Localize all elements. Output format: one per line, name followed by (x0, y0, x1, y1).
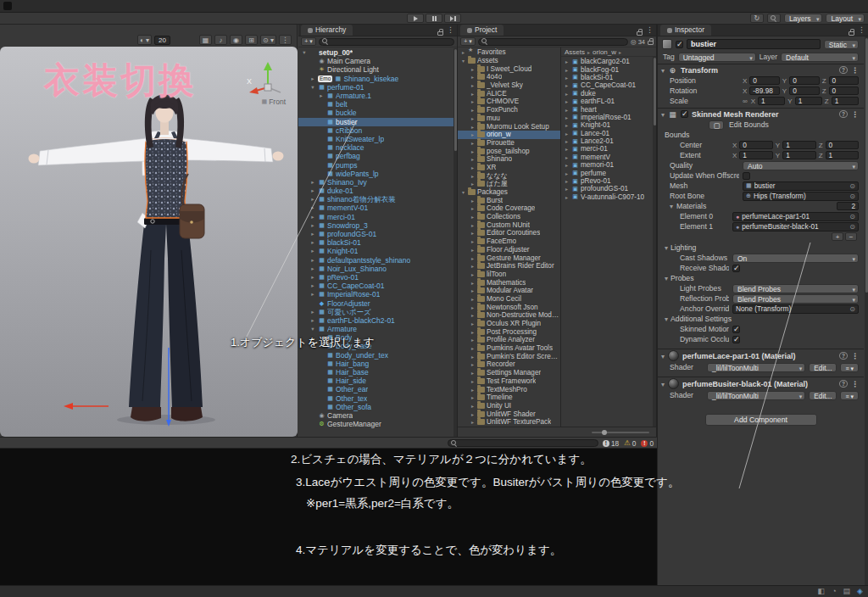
hierarchy-item[interactable]: ▦ perfbag (298, 152, 457, 160)
foldout-arrow-icon[interactable]: ▸ (564, 170, 570, 176)
foldout-arrow-icon[interactable]: ▾ (460, 189, 466, 195)
project-search-input[interactable] (478, 38, 628, 46)
foldout-arrow-icon[interactable]: ▸ (470, 370, 476, 376)
foldout-arrow-icon[interactable]: ▸ (470, 378, 476, 384)
hierarchy-item[interactable]: ▦ Other_tex (298, 394, 457, 403)
hierarchy-item[interactable]: ▸ ▦ merci-01 (298, 213, 457, 221)
foldout-arrow-icon[interactable]: ▸ (564, 75, 570, 81)
foldout-arrow-icon[interactable]: ▸ (470, 66, 476, 72)
foldout-arrow-icon[interactable]: ▸ (309, 75, 316, 83)
scrollbar-thumb[interactable] (454, 49, 457, 151)
foldout-arrow-icon[interactable]: ▸ (470, 403, 476, 409)
error-count-badge[interactable]: 0 (641, 439, 654, 448)
materials-foldout-row[interactable]: Materials 2 (658, 201, 864, 211)
folder-item[interactable]: ▸ ぱた屋 (458, 180, 560, 188)
activity-icon[interactable]: ◧ (818, 587, 826, 595)
folder-item[interactable]: ▸ JetBrains Rider Editor (458, 262, 560, 271)
foldout-icon[interactable] (661, 66, 665, 75)
folder-item[interactable]: ▸ ななな (458, 171, 560, 180)
element0-material-field[interactable]: ● perfumeLace-par1-01 (732, 212, 859, 221)
folder-item[interactable]: ▸ Code Coverage (458, 204, 560, 213)
folder-item[interactable]: ▸ lilToon (458, 271, 560, 279)
foldout-arrow-icon[interactable]: ▸ (470, 148, 476, 154)
hierarchy-item[interactable]: ▸ ▦ Shinano_Ivy (298, 178, 457, 187)
object-picker-icon[interactable] (849, 222, 855, 231)
folder-item[interactable]: ▸ Newtonsoft Json (458, 303, 560, 311)
folder-item[interactable]: ▸ Mono Cecil (458, 295, 560, 304)
create-asset-button[interactable] (460, 37, 476, 46)
position-y-field[interactable]: 0 (789, 76, 819, 85)
hierarchy-search-input[interactable] (319, 38, 454, 46)
quality-dropdown[interactable]: Auto (743, 161, 859, 170)
kebab-menu-icon[interactable] (646, 20, 654, 36)
hierarchy-item[interactable]: ▸ ▦ shinano着物分解衣装 (298, 195, 457, 204)
lighting-foldout[interactable]: Lighting (658, 243, 864, 253)
sync-icon[interactable]: ◈ (857, 587, 863, 595)
light-probes-dropdown[interactable]: Blend Probes (732, 284, 859, 293)
folder-item[interactable]: ▸ XR (458, 164, 560, 172)
hierarchy-item[interactable]: ▸ ▦ Knight-01 (298, 247, 457, 255)
asset-item[interactable]: ▸ ▣ V-autunnali-C907-10 (561, 193, 656, 201)
element1-material-field[interactable]: ● perfumeBusiter-black-01 (732, 222, 859, 232)
folder-item[interactable]: ▾ Packages (458, 188, 560, 197)
folder-item[interactable]: ▸ Unity UI (458, 402, 560, 410)
layers-dropdown[interactable]: Layers (784, 14, 823, 23)
foldout-arrow-icon[interactable]: ▸ (309, 221, 316, 230)
hierarchy-item[interactable]: ◉ Main Camera (298, 57, 457, 65)
hierarchy-item[interactable]: ▦ necklace (298, 143, 457, 152)
transform-component-header[interactable]: ⊕ Transform (658, 64, 864, 75)
asset-item[interactable]: ▸ ▣ Knight-01 (561, 121, 656, 129)
scrollbar-thumb[interactable] (865, 38, 868, 293)
folder-item[interactable]: ▸ CHMOIVE (458, 98, 560, 106)
active-checkbox[interactable] (676, 41, 683, 48)
foldout-arrow-icon[interactable]: ▸ (470, 361, 476, 367)
hierarchy-item[interactable]: ▸ ▦ Armature.1 (298, 92, 457, 100)
foldout-arrow-icon[interactable]: ▸ (309, 213, 316, 221)
foldout-arrow-icon[interactable]: ▸ (470, 165, 476, 170)
hierarchy-item[interactable]: ▦ cRibbon (298, 126, 457, 135)
tab-inspector[interactable]: Inspector (660, 25, 711, 36)
asset-item[interactable]: ▸ ▣ profoundGS-01 (561, 185, 656, 192)
center-y-field[interactable]: 1 (782, 141, 815, 149)
tag-dropdown[interactable]: Untagged (678, 53, 756, 62)
folder-item[interactable]: ▸ UnlitWF Shader (458, 410, 560, 418)
foldout-icon[interactable] (665, 315, 668, 323)
asset-item[interactable]: ▸ ▣ Lance-01 (561, 130, 656, 137)
hierarchy-item[interactable]: ▾ ▦ Armature (298, 325, 457, 333)
help-icon[interactable] (839, 66, 848, 74)
folder-item[interactable]: ▸ Gesture Manager (458, 254, 560, 262)
create-object-button[interactable] (301, 37, 316, 46)
folder-item[interactable]: ▸ Post Processing (458, 327, 560, 336)
foldout-arrow-icon[interactable]: ▸ (470, 238, 476, 244)
help-icon[interactable] (839, 352, 848, 360)
rotation-y-field[interactable]: 0 (789, 86, 819, 95)
hierarchy-item[interactable]: ▦ Other_ear (298, 385, 457, 393)
shader-menu-button[interactable] (840, 363, 859, 372)
foldout-icon[interactable] (670, 202, 673, 210)
anchor-override-field[interactable]: None (Transform) (732, 304, 859, 314)
lock-icon[interactable] (648, 41, 654, 45)
object-picker-icon[interactable] (849, 212, 855, 220)
tab-project[interactable]: Project (460, 25, 504, 36)
folder-item[interactable]: ▸ Oculus XR Plugin (458, 320, 560, 328)
help-icon[interactable] (839, 110, 848, 118)
hierarchy-item[interactable]: ▾ setup_00* (298, 48, 457, 57)
foldout-arrow-icon[interactable]: ▸ (564, 162, 570, 168)
foldout-arrow-icon[interactable]: ▸ (460, 49, 466, 55)
foldout-arrow-icon[interactable]: ▸ (564, 194, 570, 200)
foldout-arrow-icon[interactable]: ▸ (309, 178, 316, 187)
position-z-field[interactable]: 0 (829, 76, 859, 85)
foldout-arrow-icon[interactable]: ▸ (470, 337, 476, 343)
material-header[interactable]: perfumeLace-par1-01 (Material) (658, 349, 864, 362)
progress-icon[interactable]: ◔ (832, 587, 836, 595)
folder-item[interactable]: ▸ Editor Coroutines (458, 229, 560, 237)
foldout-arrow-icon[interactable]: ▸ (470, 345, 476, 351)
kebab-menu-icon[interactable] (851, 352, 859, 360)
foldout-arrow-icon[interactable]: ▸ (470, 214, 476, 220)
foldout-arrow-icon[interactable]: ▾ (309, 83, 316, 92)
foldout-arrow-icon[interactable]: ▸ (470, 91, 476, 97)
additional-settings-foldout[interactable]: Additional Settings (658, 314, 864, 324)
foldout-arrow-icon[interactable]: ▸ (470, 124, 476, 130)
folder-item[interactable]: ▸ Pumkin's Editor Screensh (458, 352, 560, 360)
faceemo-badge[interactable]: Emo (318, 75, 332, 82)
